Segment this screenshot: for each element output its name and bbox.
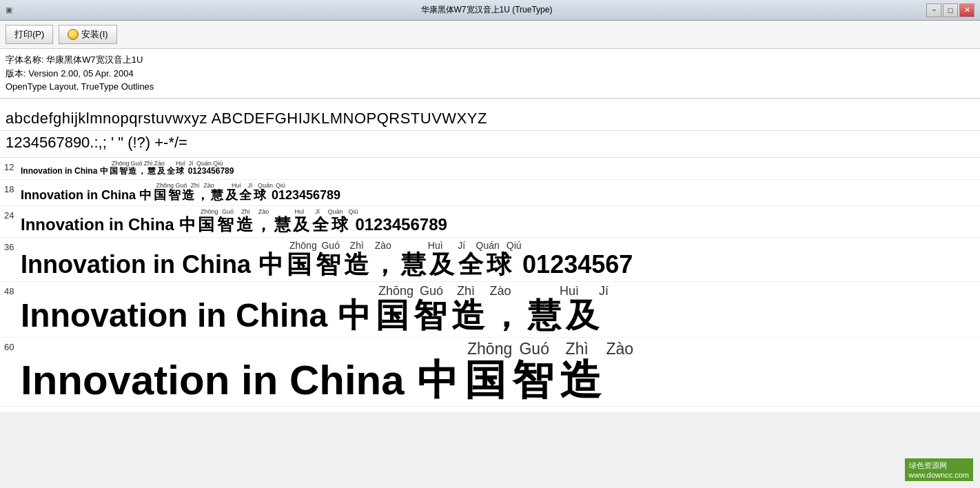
pinyin-group: Zhì智	[238, 209, 254, 216]
cn-char: 全	[239, 189, 252, 203]
row-content-12: Zhōng中Guó国Zhì智Zào造，Huì慧Jí及Quán全Qiú球Innov…	[21, 159, 980, 178]
main-row-12: Innovation in China中国智造，慧及全球0123456789	[21, 167, 980, 176]
pinyin-group: Zào造	[256, 209, 272, 216]
pinyin-group: Zhì智	[345, 241, 369, 251]
size-label-24: 24	[0, 207, 21, 221]
install-button[interactable]: 安装(I)	[59, 25, 116, 44]
cn-char: ，	[255, 216, 272, 234]
cn-char: 中	[100, 167, 108, 176]
print-button[interactable]: 打印(P)	[6, 25, 53, 44]
cn-char: ，	[372, 251, 397, 278]
pinyin-group: Huì慧	[292, 209, 308, 216]
cn-char: 及	[293, 216, 309, 234]
watermark: 绿色资源网 www.downcc.com	[905, 458, 973, 481]
alphabet-preview: abcdefghijklmnopqrstuvwxyz ABCDEFGHIJKLM…	[0, 104, 980, 131]
cn-char: 国	[287, 251, 312, 278]
pinyin-group: Jí及	[309, 209, 326, 216]
pinyin-group: Zhōng中	[289, 241, 317, 251]
pinyin-group: Guó国	[415, 285, 448, 298]
cn-char: 中	[179, 216, 196, 234]
pinyin-group: Guó国	[513, 340, 555, 358]
cn-char: 中	[338, 298, 371, 334]
cn-char: 智	[168, 189, 181, 203]
main-row-36: Innovation in China中国智造，慧及全球01234567	[21, 251, 980, 278]
font-name-line: 字体名称: 华康黑体W7宽汉音上1U	[6, 53, 974, 67]
pinyin-group: Zhōng中	[378, 285, 414, 298]
cn-char: 球	[331, 216, 348, 234]
numbers-text: 0123456789	[188, 167, 234, 176]
row-content-48: Zhōng中Guó国Zhì智Zào造，Huì慧Jí及Innovation in …	[21, 283, 980, 336]
cn-char: 中	[258, 251, 283, 278]
row-content-36: Zhōng中Guó国Zhì智Zào造，Huì慧Jí及Quán全Qiú球Innov…	[21, 239, 980, 280]
pinyin-row-12: Zhōng中Guó国Zhì智Zào造，Huì慧Jí及Quán全Qiú球	[21, 161, 980, 167]
window-title: 华康黑体W7宽汉音上1U (TrueType)	[47, 4, 926, 16]
pinyin-row-18: Zhōng中Guó国Zhì智Zào造，Huì慧Jí及Quán全Qiú球	[21, 183, 980, 190]
row-content-18: Zhōng中Guó国Zhì智Zào造，Huì慧Jí及Quán全Qiú球Innov…	[21, 181, 980, 205]
maximize-button[interactable]: □	[943, 3, 958, 17]
pinyin-group: Jí及	[244, 183, 256, 190]
pinyin-group: Qiú球	[213, 161, 223, 167]
watermark-label: 绿色资源网	[909, 460, 969, 471]
size-row-60: 60Zhōng中Guó国Zhì智Zào造Innovation in China中…	[0, 338, 980, 407]
pinyin-group: Huì慧	[423, 241, 448, 251]
cn-char: 造	[451, 298, 484, 334]
size-label-18: 18	[0, 181, 21, 194]
cn-char: 慧	[401, 251, 426, 278]
cn-char: ，	[489, 298, 522, 334]
watermark-url: www.downcc.com	[909, 471, 969, 479]
pinyin-group: Zào造	[154, 161, 165, 167]
preview-area[interactable]: abcdefghijklmnopqrstuvwxyz ABCDEFGHIJKLM…	[0, 99, 980, 413]
cn-char: 智	[512, 358, 553, 403]
pinyin-group: Qiú球	[274, 183, 287, 190]
pinyin-group: Guó国	[175, 183, 187, 190]
pinyin-row-36: Zhōng中Guó国Zhì智Zào造，Huì慧Jí及Quán全Qiú球	[21, 241, 980, 251]
cn-char: 国	[465, 358, 506, 403]
cn-char: 造	[128, 167, 136, 176]
cn-char: 慧	[147, 167, 156, 176]
cn-char: 球	[176, 167, 184, 176]
pinyin-group: Guó国	[220, 209, 236, 216]
minimize-button[interactable]: －	[926, 3, 941, 17]
size-label-48: 48	[0, 283, 21, 296]
cn-char: 及	[566, 298, 599, 334]
cn-char: 造	[560, 358, 601, 403]
numbers-text: 01234567	[522, 251, 633, 278]
cn-char: 慧	[528, 298, 561, 334]
cn-char: 智	[414, 298, 447, 334]
pinyin-group: Quán全	[196, 161, 212, 167]
cn-char: 球	[487, 251, 511, 278]
pinyin-group: Huì慧	[176, 161, 185, 167]
cn-char: 国	[154, 189, 166, 203]
font-info: 字体名称: 华康黑体W7宽汉音上1U 版本: Version 2.00, 05 …	[0, 49, 980, 99]
size-row-36: 36Zhōng中Guó国Zhì智Zào造，Huì慧Jí及Quán全Qiú球Inn…	[0, 238, 980, 282]
cn-char: 国	[110, 167, 118, 176]
size-label-60: 60	[0, 339, 21, 352]
pinyin-group: Zhì智	[449, 285, 482, 298]
pinyin-group: Jí及	[187, 161, 195, 167]
cn-char: 智	[217, 216, 234, 234]
cn-char: 全	[458, 251, 483, 278]
cn-char: 造	[182, 189, 194, 203]
cn-char: 国	[198, 216, 214, 234]
pinyin-group: Zhōng中	[112, 161, 130, 167]
cn-char: 全	[167, 167, 175, 176]
size-rows-container: 12Zhōng中Guó国Zhì智Zào造，Huì慧Jí及Quán全Qiú球Inn…	[0, 158, 980, 407]
en-text: Innovation in China	[21, 167, 97, 176]
numbers-text: 0123456789	[355, 216, 447, 234]
en-text: Innovation in China	[21, 189, 136, 203]
cn-char: ，	[196, 189, 209, 203]
cn-char: 慧	[274, 216, 291, 234]
pinyin-group: Guó国	[131, 161, 143, 167]
pinyin-group: Zào造	[371, 241, 396, 251]
cn-char: 及	[429, 251, 454, 278]
pinyin-group: Zhōng中	[156, 183, 174, 190]
cn-char: 智	[119, 167, 127, 176]
pinyin-group: Zhì智	[556, 340, 598, 358]
pinyin-group: Zhōng中	[467, 340, 512, 358]
cn-char: 智	[316, 251, 340, 278]
font-type-line: OpenType Layout, TrueType Outlines	[6, 80, 974, 94]
pinyin-group: Jí及	[587, 285, 620, 298]
cn-char: 造	[344, 251, 369, 278]
cn-char: 全	[312, 216, 329, 234]
close-button[interactable]: ✕	[959, 3, 974, 17]
